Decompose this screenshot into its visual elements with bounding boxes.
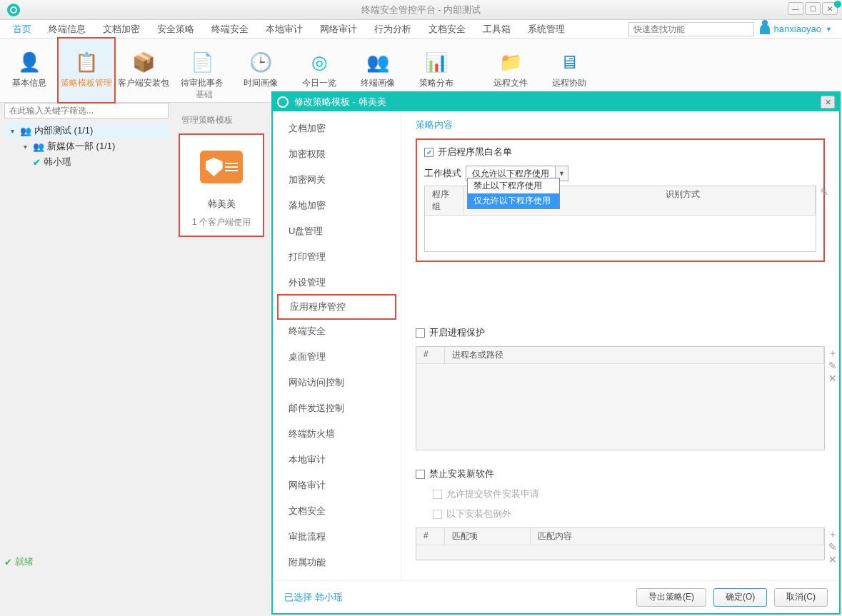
template-panel: 管理策略模板 韩美美 1 个客户端使用 <box>179 114 264 237</box>
user-menu[interactable]: hanxiaoyao ▼ <box>760 24 838 34</box>
enable-process-protect-label: 开启进程保护 <box>429 326 485 339</box>
menu-tab[interactable]: 文档安全 <box>420 20 474 39</box>
expand-icon[interactable]: ▾ <box>7 127 17 135</box>
dialog-nav-item[interactable]: 本地审计 <box>273 447 401 473</box>
ok-button[interactable]: 确定(O) <box>713 588 767 607</box>
remove-icon[interactable]: ✕ <box>827 554 838 565</box>
exception-pkgs-label: 以下安装包例外 <box>446 508 511 520</box>
dialog-nav-item[interactable]: 审批流程 <box>273 524 401 550</box>
forbid-install-checkbox[interactable] <box>416 470 425 479</box>
ribbon-icon: 📄 <box>191 51 214 73</box>
dialog-nav-item[interactable]: 桌面管理 <box>273 344 401 370</box>
user-avatar-icon <box>760 24 770 34</box>
search-box <box>628 22 754 36</box>
col-header: 识别方式 <box>658 186 816 215</box>
ribbon-icon: 👤 <box>18 51 41 73</box>
dialog-nav-item[interactable]: 文档加密 <box>273 116 401 141</box>
menu-tab[interactable]: 网络审计 <box>311 20 366 39</box>
tree-row[interactable]: ✔韩小瑶 <box>4 154 169 170</box>
quick-search-input[interactable] <box>628 22 754 36</box>
exception-table: # 匹配项 匹配内容 ＋ ✎ ✕ <box>416 527 825 560</box>
ribbon-label: 基本信息 <box>12 77 46 89</box>
dialog-nav-item[interactable]: 打印管理 <box>273 244 401 270</box>
edit-icon[interactable]: ✎ <box>827 541 838 552</box>
dialog-nav-item[interactable]: U盘管理 <box>273 218 401 244</box>
ribbon-icon: 📦 <box>132 51 155 73</box>
dialog-nav-item[interactable]: 附属功能 <box>273 550 401 575</box>
dialog-close-button[interactable]: ✕ <box>821 96 835 108</box>
col-header: 匹配内容 <box>531 528 824 545</box>
cancel-button[interactable]: 取消(C) <box>774 588 828 607</box>
ribbon-item[interactable]: 📋策略模板管理 <box>57 37 116 103</box>
dialog-nav-item[interactable]: 文档安全 <box>273 498 401 524</box>
template-shield-icon <box>200 151 243 183</box>
dialog-nav-item[interactable]: 应用程序管控 <box>277 294 396 320</box>
dialog-nav-item[interactable]: 加密网关 <box>273 167 401 193</box>
username-label: hanxiaoyao <box>774 24 822 34</box>
template-card[interactable]: 韩美美 1 个客户端使用 <box>179 133 264 237</box>
template-client-count: 1 个客户端使用 <box>186 216 257 228</box>
dialog-nav-item[interactable]: 邮件发送控制 <box>273 395 401 421</box>
dialog-nav-item[interactable]: 网络审计 <box>273 473 401 498</box>
add-icon[interactable]: ＋ <box>827 528 838 540</box>
menu-tab[interactable]: 文档加密 <box>94 20 149 39</box>
edit-policy-dialog: 修改策略模板 - 韩美美 ✕ 文档加密加密权限加密网关落地加密U盘管理打印管理外… <box>271 91 841 615</box>
expand-icon[interactable]: ▾ <box>20 143 30 151</box>
col-header: # <box>416 347 445 363</box>
dialog-footer: 已选择 韩小瑶 导出策略(E) 确定(O) 取消(C) <box>273 580 839 613</box>
edit-icon[interactable]: ✎ <box>827 360 838 371</box>
dialog-nav-item[interactable]: 落地加密 <box>273 193 401 218</box>
allow-request-checkbox[interactable] <box>433 490 442 499</box>
remove-icon[interactable]: ✕ <box>827 373 838 384</box>
col-header: # <box>416 528 445 545</box>
process-table: # 进程名或路径 ＋ ✎ ✕ <box>416 346 825 450</box>
dialog-nav-item[interactable]: 加密权限 <box>273 141 401 167</box>
template-name: 韩美美 <box>186 198 257 211</box>
template-panel-title: 管理策略模板 <box>179 114 264 126</box>
tree-row[interactable]: ▾👥内部测试 (1/1) <box>4 123 169 138</box>
dialog-nav: 文档加密加密权限加密网关落地加密U盘管理打印管理外设管理应用程序管控终端安全桌面… <box>273 111 401 580</box>
ribbon-icon: ◎ <box>308 51 331 73</box>
exception-pkgs-checkbox[interactable] <box>433 510 442 519</box>
enable-process-protect-checkbox[interactable] <box>416 328 425 338</box>
ribbon-label: 今日一览 <box>302 77 336 89</box>
col-header: 进程名或路径 <box>445 347 824 363</box>
tree-label: 新媒体一部 (1/1) <box>47 140 115 153</box>
tree-row[interactable]: ▾👥新媒体一部 (1/1) <box>4 138 169 154</box>
ribbon-icon: 📊 <box>425 51 448 73</box>
menu-tab[interactable]: 行为分析 <box>366 20 420 39</box>
ribbon-icon: 📋 <box>75 51 98 73</box>
add-icon[interactable]: ＋ <box>827 347 838 358</box>
menu-tab[interactable]: 终端信息 <box>40 20 94 39</box>
dialog-nav-item[interactable]: 外设管理 <box>273 270 401 296</box>
menu-tab[interactable]: 首页 <box>4 20 40 39</box>
ribbon-label: 策略分布 <box>419 77 453 89</box>
dialog-nav-item[interactable]: 网站访问控制 <box>273 370 401 395</box>
selection-label: 已选择 韩小瑶 <box>284 591 343 604</box>
ribbon-icon: 📁 <box>499 51 522 73</box>
check-icon: ✔ <box>4 557 12 567</box>
menu-tab[interactable]: 本地审计 <box>257 20 311 39</box>
maximize-button[interactable]: ☐ <box>805 2 821 15</box>
menu-tab[interactable]: 终端安全 <box>203 20 257 39</box>
ribbon-icon: 🕒 <box>249 51 272 73</box>
dialog-nav-item[interactable]: 终端安全 <box>273 318 401 344</box>
ribbon-icon: 🖥 <box>558 51 581 73</box>
dropdown-option[interactable]: 仅允许以下程序使用 <box>468 193 559 208</box>
export-policy-button[interactable]: 导出策略(E) <box>636 588 706 607</box>
minimize-button[interactable]: — <box>788 2 803 15</box>
dialog-nav-item[interactable]: 终端防火墙 <box>273 421 401 447</box>
notification-dot-icon <box>834 1 841 8</box>
enable-bw-list-checkbox[interactable] <box>424 148 433 157</box>
menu-tab[interactable]: 工具箱 <box>474 20 519 39</box>
ribbon-label: 时间画像 <box>244 77 278 89</box>
menubar: 首页终端信息文档加密安全策略终端安全本地审计网络审计行为分析文档安全工具箱系统管… <box>0 20 842 39</box>
edit-icon[interactable]: ✎ <box>818 186 830 198</box>
dialog-logo-icon <box>277 96 289 108</box>
menu-tab[interactable]: 安全策略 <box>149 20 203 39</box>
tree-filter-input[interactable] <box>4 103 169 118</box>
dropdown-option[interactable]: 禁止以下程序使用 <box>468 178 559 193</box>
left-panel: ▾👥内部测试 (1/1)▾👥新媒体一部 (1/1)✔韩小瑶 ✔ 就绪 <box>4 103 169 612</box>
col-header: 程序组 <box>425 186 464 215</box>
menu-tab[interactable]: 系统管理 <box>519 20 573 39</box>
